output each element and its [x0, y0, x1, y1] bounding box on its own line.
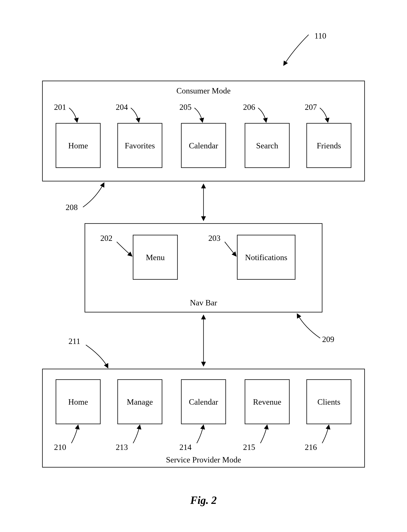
svg-text:Favorites: Favorites: [125, 141, 155, 150]
ref-205: 205: [179, 103, 192, 112]
leader-overall: [283, 35, 309, 66]
consumer-box-friends: Friends 207: [305, 103, 351, 168]
provider-box-revenue: Revenue 215: [243, 380, 289, 452]
ref-209: 209: [322, 335, 334, 344]
navbar-container: Nav Bar Menu 202 Notifications 203: [85, 223, 322, 312]
navbar-box-notifications: Notifications 203: [208, 234, 295, 279]
svg-text:Calendar: Calendar: [189, 141, 218, 150]
svg-text:Menu: Menu: [146, 253, 165, 262]
svg-text:Home: Home: [68, 397, 88, 406]
ref-208: 208: [66, 203, 78, 212]
provider-box-clients: Clients 216: [305, 380, 351, 452]
svg-text:Friends: Friends: [317, 141, 341, 150]
ref-overall: 110: [314, 31, 326, 40]
svg-rect-16: [42, 369, 365, 467]
svg-text:Calendar: Calendar: [189, 397, 218, 406]
provider-box-manage: Manage 213: [116, 380, 162, 452]
ref-207: 207: [305, 103, 317, 112]
consumer-box-favorites: Favorites 204: [116, 103, 162, 168]
consumer-box-home: Home 201: [54, 103, 100, 168]
navbar-box-menu: Menu 202: [100, 234, 178, 279]
ref-210: 210: [54, 443, 66, 452]
ref-214: 214: [179, 443, 192, 452]
figure-caption: Fig. 2: [190, 494, 217, 506]
consumer-mode-container: Consumer Mode Home 201 Favorites 204 Cal…: [42, 81, 365, 181]
ref-204: 204: [116, 103, 128, 112]
svg-text:Manage: Manage: [127, 397, 153, 406]
provider-title: Service Provider Mode: [166, 455, 241, 464]
ref-211: 211: [69, 337, 80, 346]
svg-text:Search: Search: [256, 141, 278, 150]
diagram-canvas: 110 Consumer Mode Home 201 Favorites 204…: [0, 0, 407, 532]
leader-209: [297, 314, 320, 338]
provider-mode-container: Home 210 Manage 213 Calendar 214 Revenue…: [42, 369, 365, 467]
leader-208: [83, 183, 104, 207]
consumer-box-search: Search 206: [243, 103, 289, 168]
ref-206: 206: [243, 103, 255, 112]
provider-box-calendar: Calendar 214: [179, 380, 226, 452]
ref-201: 201: [54, 103, 66, 112]
svg-text:Revenue: Revenue: [253, 397, 282, 406]
provider-box-home: Home 210: [54, 380, 100, 452]
ref-213: 213: [116, 443, 128, 452]
svg-text:Clients: Clients: [317, 397, 340, 406]
ref-215: 215: [243, 443, 255, 452]
consumer-box-calendar: Calendar 205: [179, 103, 226, 168]
svg-rect-0: [42, 81, 365, 181]
ref-203: 203: [208, 234, 220, 243]
consumer-title: Consumer Mode: [176, 86, 230, 95]
svg-text:Home: Home: [68, 141, 88, 150]
svg-text:Notifications: Notifications: [245, 253, 287, 262]
ref-216: 216: [305, 443, 317, 452]
leader-211: [86, 345, 108, 368]
navbar-title: Nav Bar: [190, 298, 217, 307]
ref-202: 202: [100, 234, 112, 243]
